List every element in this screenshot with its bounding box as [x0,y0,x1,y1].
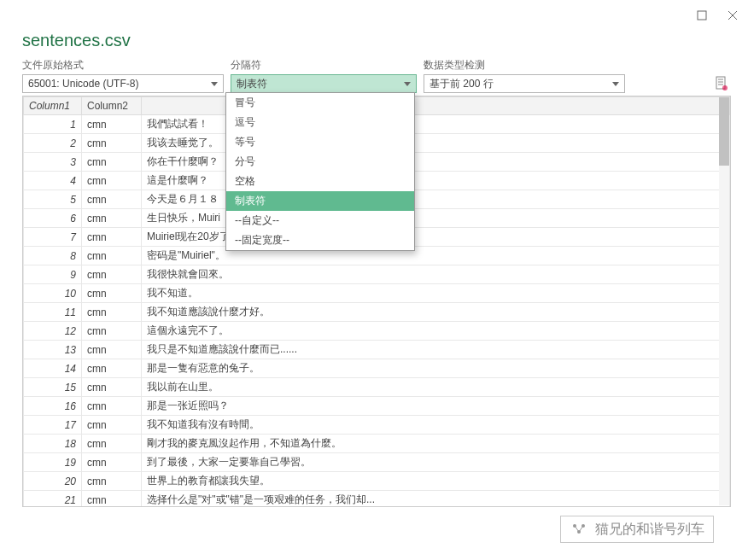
cell-column2: cmn [82,284,142,303]
table-row[interactable]: 15cmn我以前在山里。 [24,378,730,397]
cell-column3: 剛才我的麥克風沒起作用，不知道為什麼。 [142,435,730,453]
cell-column3: 那是一张近照吗？ [142,397,730,416]
table-row[interactable]: 17cmn我不知道我有沒有時間。 [24,416,730,435]
delim-option[interactable]: 等号 [226,132,414,152]
delim-dropdown: 冒号逗号等号分号空格制表符--自定义----固定宽度-- [225,92,415,251]
cell-column2: cmn [82,190,142,209]
delim-option[interactable]: 逗号 [226,113,414,132]
cell-index: 8 [24,247,82,265]
cell-column2: cmn [82,228,142,247]
table-row[interactable]: 11cmn我不知道應該說什麼才好。 [24,303,730,322]
cell-column3: 我很快就會回來。 [142,265,730,284]
cell-index: 17 [24,416,82,435]
cell-column2: cmn [82,472,142,491]
delim-option[interactable]: 分号 [226,152,414,172]
cell-column2: cmn [82,303,142,322]
cell-column3: 选择什么是"对"或"错"是一项艰难的任务，我们却... [142,491,730,508]
delim-option[interactable]: 制表符 [226,191,414,211]
delim-label: 分隔符 [231,58,417,73]
cell-index: 7 [24,228,82,247]
cell-column2: cmn [82,153,142,172]
chevron-down-icon [612,82,619,86]
detect-label: 数据类型检测 [424,58,625,73]
cell-index: 11 [24,303,82,322]
scrollbar-thumb[interactable] [719,97,729,166]
cell-column2: cmn [82,397,142,416]
cell-column3: 世界上的教育都讓我失望。 [142,472,730,491]
svg-point-4 [722,85,728,90]
watermark-text: 猫兄的和谐号列车 [595,521,704,539]
cell-column2: cmn [82,172,142,190]
cell-column2: cmn [82,491,142,508]
cell-column3: 那是一隻有惡意的兔子。 [142,359,730,378]
delim-option[interactable]: --自定义-- [226,211,414,230]
cell-index: 9 [24,265,82,284]
cell-column3: 我只是不知道應該說什麼而已...... [142,341,730,359]
cell-index: 20 [24,472,82,491]
table-row[interactable]: 20cmn世界上的教育都讓我失望。 [24,472,730,491]
cell-index: 12 [24,322,82,341]
delim-option[interactable]: 冒号 [226,93,414,113]
table-row[interactable]: 14cmn那是一隻有惡意的兔子。 [24,359,730,378]
table-row[interactable]: 13cmn我只是不知道應該說什麼而已...... [24,341,730,359]
chevron-down-icon [211,82,218,86]
cell-index: 16 [24,397,82,416]
cell-index: 14 [24,359,82,378]
cell-column2: cmn [82,359,142,378]
cell-column3: 我以前在山里。 [142,378,730,397]
detect-combo[interactable]: 基于前 200 行 [424,74,625,93]
chevron-down-icon [404,82,411,86]
cell-index: 1 [24,115,82,134]
cell-column2: cmn [82,209,142,228]
cell-column3: 我不知道。 [142,284,730,303]
cell-column2: cmn [82,453,142,472]
cell-column2: cmn [82,247,142,265]
delim-option[interactable]: --固定宽度-- [226,230,414,250]
file-title: sentences.csv [22,31,131,50]
maximize-button[interactable] [692,5,712,26]
cell-column2: cmn [82,435,142,453]
cell-index: 2 [24,134,82,153]
table-row[interactable]: 12cmn這個永遠完不了。 [24,322,730,341]
cell-column3: 我不知道應該說什麼才好。 [142,303,730,322]
cell-column3: 到了最後，大家一定要靠自己學習。 [142,453,730,472]
table-row[interactable]: 18cmn剛才我的麥克風沒起作用，不知道為什麼。 [24,435,730,453]
cell-index: 19 [24,453,82,472]
watermark: 猫兄的和谐号列车 [560,516,714,543]
format-label: 文件原始格式 [22,58,224,73]
cell-column2: cmn [82,115,142,134]
table-row[interactable]: 9cmn我很快就會回來。 [24,265,730,284]
cell-index: 18 [24,435,82,453]
cell-index: 6 [24,209,82,228]
col-header-2[interactable]: Column2 [82,97,142,115]
format-combo[interactable]: 65001: Unicode (UTF-8) [22,74,224,93]
cell-column2: cmn [82,416,142,435]
cell-column2: cmn [82,341,142,359]
delim-combo[interactable]: 制表符 [231,74,417,93]
table-row[interactable]: 21cmn选择什么是"对"或"错"是一项艰难的任务，我们却... [24,491,730,508]
svg-rect-0 [698,11,706,20]
cell-index: 3 [24,153,82,172]
vertical-scrollbar[interactable] [719,97,729,505]
table-row[interactable]: 10cmn我不知道。 [24,284,730,303]
cell-index: 10 [24,284,82,303]
cell-index: 4 [24,172,82,190]
cell-column2: cmn [82,265,142,284]
detect-value: 基于前 200 行 [430,77,612,91]
cell-index: 15 [24,378,82,397]
col-header-1[interactable]: Column1 [24,97,82,115]
settings-icon[interactable] [712,74,731,93]
cell-column2: cmn [82,322,142,341]
table-row[interactable]: 16cmn那是一张近照吗？ [24,397,730,416]
cell-index: 5 [24,190,82,209]
cell-index: 13 [24,341,82,359]
cell-column3: 我不知道我有沒有時間。 [142,416,730,435]
cell-column3: 這個永遠完不了。 [142,322,730,341]
close-button[interactable] [722,5,743,26]
cell-column2: cmn [82,378,142,397]
delim-value: 制表符 [237,77,404,91]
cell-column2: cmn [82,134,142,153]
format-value: 65001: Unicode (UTF-8) [28,78,211,90]
delim-option[interactable]: 空格 [226,172,414,191]
table-row[interactable]: 19cmn到了最後，大家一定要靠自己學習。 [24,453,730,472]
